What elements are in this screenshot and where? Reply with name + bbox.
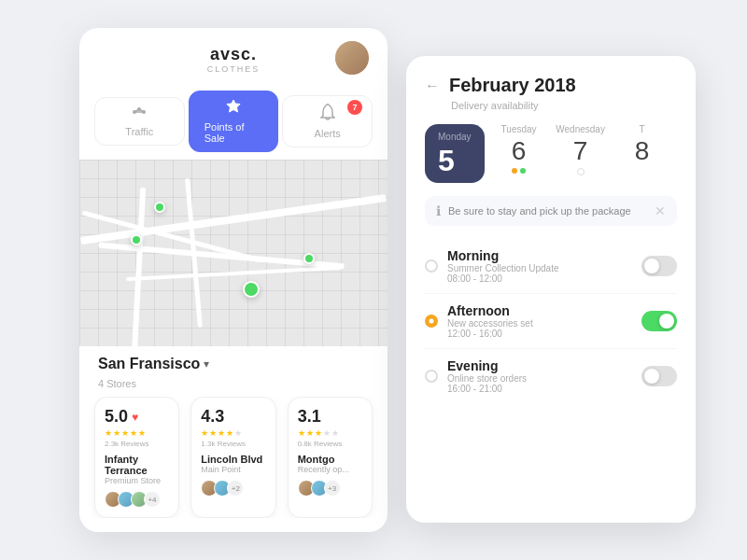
avatar-image <box>335 41 369 75</box>
dot-empty <box>577 168 585 175</box>
map-marker-4[interactable] <box>303 253 315 264</box>
store-name-2: Lincoln Blvd <box>201 454 265 465</box>
slot-subtitle-evening: Online store orders <box>447 373 632 384</box>
heart-icon-1: ♥ <box>132 411 138 424</box>
slot-time-afternoon: 12:00 - 16:00 <box>447 329 632 339</box>
stars-3: ★ ★ ★ ★ ★ <box>298 428 362 438</box>
traffic-icon <box>131 105 148 122</box>
store-card-3[interactable]: 3.1 ★ ★ ★ ★ ★ 0.8k Reviews Montgo Recent… <box>288 397 373 518</box>
store-type-2: Main Point <box>201 465 265 474</box>
cal-day-wednesday[interactable]: Wednesday 7 <box>554 124 608 183</box>
star: ★ <box>298 428 305 438</box>
store-cards: 5.0 ♥ ★ ★ ★ ★ ★ 2.3k Reviews Infanty Ter… <box>79 397 388 518</box>
slot-subtitle-morning: Summer Collection Update <box>447 263 632 273</box>
day-num-wednesday: 7 <box>573 138 588 164</box>
toggle-morning[interactable] <box>641 256 677 276</box>
alerts-badge: 7 <box>347 100 362 115</box>
rating-1: 5.0 <box>105 407 128 427</box>
radio-afternoon[interactable] <box>425 315 438 328</box>
rating-2: 4.3 <box>201 407 224 427</box>
day-dots-wednesday <box>577 168 585 175</box>
tab-alerts[interactable]: 7 Alerts <box>282 95 373 147</box>
dot-orange <box>512 168 517 174</box>
review-count-2: 1.3k Reviews <box>201 440 265 448</box>
day-name-thursday: T <box>640 124 645 134</box>
map-marker-3[interactable] <box>243 281 260 298</box>
star-half: ★ <box>331 428 339 438</box>
store-card-2[interactable]: 4.3 ★ ★ ★ ★ ★ 1.3k Reviews Lincoln Blvd … <box>190 397 275 518</box>
panel-title: February 2018 <box>449 75 576 96</box>
star: ★ <box>226 428 233 438</box>
tab-pos[interactable]: Points of Sale <box>189 91 279 152</box>
tab-traffic[interactable]: Traffic <box>94 97 185 146</box>
slot-time-morning: 08:00 - 12:00 <box>447 273 632 284</box>
store-type-1: Premium Store <box>105 476 169 485</box>
map-marker-2[interactable] <box>131 234 142 245</box>
calendar-days: Monday 5 Tuesday 6 Wednesday 7 T 8 <box>425 124 677 183</box>
star-half: ★ <box>323 428 331 438</box>
day-num-thursday: 8 <box>635 138 650 164</box>
tab-pos-label: Points of Sale <box>204 121 263 144</box>
panel-subtitle: Delivery availability <box>425 100 677 111</box>
brand-sub: clothes <box>207 64 261 74</box>
slot-info-afternoon: Afternoon New accessories set 12:00 - 16… <box>447 303 632 339</box>
store-card-1[interactable]: 5.0 ♥ ★ ★ ★ ★ ★ 2.3k Reviews Infanty Ter… <box>94 397 179 518</box>
review-count-1: 2.3k Reviews <box>105 440 169 448</box>
star: ★ <box>306 428 314 438</box>
dot-green <box>520 168 526 174</box>
star: ★ <box>105 428 112 438</box>
tab-traffic-label: Traffic <box>125 126 153 137</box>
tab-alerts-label: Alerts <box>315 128 341 139</box>
notice-bar: ℹ Be sure to stay and pick up the packag… <box>425 196 677 226</box>
slot-title-afternoon: Afternoon <box>447 303 632 318</box>
road-6 <box>126 266 342 281</box>
panel-header: ← February 2018 <box>425 75 677 96</box>
toggle-afternoon[interactable] <box>641 311 677 331</box>
store-name-1: Infanty Terrance <box>105 454 169 476</box>
slot-time-evening: 16:00 - 21:00 <box>447 384 632 394</box>
day-dots-tuesday <box>512 168 526 175</box>
cal-day-thursday[interactable]: T 8 <box>615 124 669 183</box>
star: ★ <box>315 428 322 438</box>
notice-text: Be sure to stay and pick up the package <box>448 205 631 217</box>
star: ★ <box>201 428 208 438</box>
day-name-tuesday: Tuesday <box>501 124 537 134</box>
toggle-knob-afternoon <box>659 314 674 329</box>
day-name-monday: Monday <box>438 132 472 142</box>
city-label[interactable]: San Fransisco ▾ <box>79 346 388 378</box>
time-slot-morning[interactable]: Morning Summer Collection Update 08:00 -… <box>425 239 677 294</box>
more-count-1: +4 <box>144 491 161 508</box>
rating-3: 3.1 <box>298 407 321 427</box>
map-area[interactable] <box>79 160 388 346</box>
star-half: ★ <box>234 428 242 438</box>
radio-evening[interactable] <box>425 370 438 383</box>
star: ★ <box>121 428 129 438</box>
radio-morning[interactable] <box>425 259 438 273</box>
slot-title-morning: Morning <box>447 248 632 263</box>
nav-tabs: Traffic Points of Sale 7 Alerts <box>79 83 388 160</box>
star: ★ <box>209 428 217 438</box>
alerts-icon <box>320 104 335 124</box>
avatar[interactable] <box>335 41 369 75</box>
store-avatars-2: +2 <box>201 480 265 497</box>
map-marker-1[interactable] <box>154 202 165 213</box>
back-button[interactable]: ← <box>425 77 440 94</box>
toggle-evening[interactable] <box>641 366 677 386</box>
store-type-3: Recently op... <box>298 465 362 474</box>
pos-icon <box>226 99 241 118</box>
cal-day-monday[interactable]: Monday 5 <box>425 124 485 183</box>
slot-info-morning: Morning Summer Collection Update 08:00 -… <box>447 248 632 284</box>
time-slot-evening[interactable]: Evening Online store orders 16:00 - 21:0… <box>425 349 677 403</box>
stars-1: ★ ★ ★ ★ ★ <box>105 428 169 438</box>
stars-2: ★ ★ ★ ★ ★ <box>201 428 265 438</box>
brand-logo: avsc. clothes <box>207 45 261 74</box>
info-icon: ℹ <box>436 203 441 218</box>
time-slot-afternoon[interactable]: Afternoon New accessories set 12:00 - 16… <box>425 294 677 349</box>
toggle-knob-evening <box>644 369 659 384</box>
star: ★ <box>218 428 225 438</box>
cal-day-tuesday[interactable]: Tuesday 6 <box>492 124 546 183</box>
day-num-tuesday: 6 <box>512 138 527 164</box>
star: ★ <box>113 428 120 438</box>
notice-close-button[interactable]: ✕ <box>655 203 666 218</box>
chevron-down-icon: ▾ <box>204 357 209 371</box>
